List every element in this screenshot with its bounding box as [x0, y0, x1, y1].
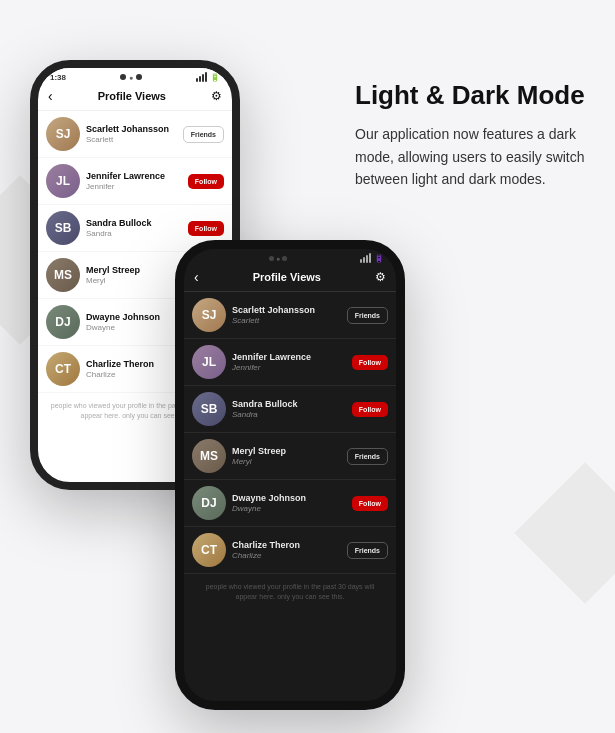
friends-button[interactable]: Friends	[347, 448, 388, 465]
profile-username: Jennifer	[232, 363, 346, 372]
back-button-light[interactable]: ‹	[48, 88, 53, 104]
profile-username: Scarlett	[86, 135, 177, 144]
notch-dot-dark2	[282, 256, 287, 261]
signal-icon-dark	[360, 253, 371, 263]
profile-name: Scarlett Johansson	[86, 124, 177, 134]
profile-name: Sandra Bullock	[232, 399, 346, 409]
camera-indicator-dark: ●	[276, 255, 280, 262]
avatar: DJ	[46, 305, 80, 339]
notch-area: ●	[119, 74, 143, 81]
avatar: SJ	[192, 298, 226, 332]
profile-info: Meryl Streep Meryl	[232, 446, 341, 466]
avatar: SJ	[46, 117, 80, 151]
profile-name: Dwayne Johnson	[232, 493, 346, 503]
friends-button[interactable]: Friends	[347, 307, 388, 324]
profile-list-dark: SJ Scarlett Johansson Scarlett Friends J…	[184, 292, 396, 574]
profile-name: Charlize Theron	[86, 359, 177, 369]
settings-icon-dark[interactable]: ⚙	[375, 270, 386, 284]
settings-icon-light[interactable]: ⚙	[211, 89, 222, 103]
avatar: DJ	[192, 486, 226, 520]
profile-info: Scarlett Johansson Scarlett	[86, 124, 177, 144]
profile-info: Jennifer Lawrence Jennifer	[86, 171, 182, 191]
profile-info: Jennifer Lawrence Jennifer	[232, 352, 346, 372]
back-button-dark[interactable]: ‹	[194, 269, 199, 285]
list-item: SJ Scarlett Johansson Scarlett Friends	[184, 292, 396, 339]
status-icons-dark: 🔋	[360, 253, 384, 263]
header-title-dark: Profile Views	[253, 271, 321, 283]
profile-name: Jennifer Lawrence	[86, 171, 182, 181]
profile-info: Charlize Theron Charlize	[232, 540, 341, 560]
follow-button[interactable]: Follow	[352, 402, 388, 417]
signal-icon	[196, 72, 207, 82]
profile-username: Scarlett	[232, 316, 341, 325]
profile-username: Charlize	[232, 551, 341, 560]
list-item: MS Meryl Streep Meryl Friends	[184, 433, 396, 480]
list-item: JL Jennifer Lawrence Jennifer Follow	[184, 339, 396, 386]
list-item: SB Sandra Bullock Sandra Follow	[184, 386, 396, 433]
profile-info: Meryl Streep Meryl	[86, 265, 177, 285]
avatar: CT	[46, 352, 80, 386]
avatar: MS	[192, 439, 226, 473]
profile-name: Dwayne Johnson	[86, 312, 182, 322]
list-item: CT Charlize Theron Charlize Friends	[184, 527, 396, 574]
friends-button[interactable]: Friends	[347, 542, 388, 559]
list-item: SJ Scarlett Johansson Scarlett Friends	[38, 111, 232, 158]
profile-name: Jennifer Lawrence	[232, 352, 346, 362]
profile-username: Charlize	[86, 370, 177, 379]
profile-name: Meryl Streep	[86, 265, 177, 275]
avatar: JL	[46, 164, 80, 198]
profile-username: Dwayne	[232, 504, 346, 513]
profile-username: Dwayne	[86, 323, 182, 332]
avatar: MS	[46, 258, 80, 292]
notch-dot-dark	[269, 256, 274, 261]
status-bar-dark: ● 🔋	[184, 249, 396, 265]
profile-info: Dwayne Johnson Dwayne	[86, 312, 182, 332]
profile-username: Meryl	[86, 276, 177, 285]
time-display-light: 1:38	[50, 73, 66, 82]
profile-name: Charlize Theron	[232, 540, 341, 550]
list-item: DJ Dwayne Johnson Dwayne Follow	[184, 480, 396, 527]
friends-button[interactable]: Friends	[183, 126, 224, 143]
page-container: Light & Dark Mode Our application now fe…	[0, 0, 615, 733]
profile-username: Sandra	[232, 410, 346, 419]
avatar: SB	[192, 392, 226, 426]
follow-button[interactable]: Follow	[352, 355, 388, 370]
profile-name: Meryl Streep	[232, 446, 341, 456]
follow-button[interactable]: Follow	[188, 221, 224, 236]
status-bar-light: 1:38 ● 🔋	[38, 68, 232, 84]
profile-info: Sandra Bullock Sandra	[232, 399, 346, 419]
battery-icon: 🔋	[210, 73, 220, 82]
profile-name: Scarlett Johansson	[232, 305, 341, 315]
avatar: SB	[46, 211, 80, 245]
feature-title: Light & Dark Mode	[355, 80, 605, 111]
feature-description: Light & Dark Mode Our application now fe…	[355, 80, 605, 190]
profile-info: Charlize Theron Charlize	[86, 359, 177, 379]
notch-area-dark: ●	[269, 255, 287, 262]
profile-info: Sandra Bullock Sandra	[86, 218, 182, 238]
profile-info: Dwayne Johnson Dwayne	[232, 493, 346, 513]
status-icons-light: 🔋	[196, 72, 220, 82]
profile-info: Scarlett Johansson Scarlett	[232, 305, 341, 325]
avatar: JL	[192, 345, 226, 379]
phone-header-light: ‹ Profile Views ⚙	[38, 84, 232, 111]
avatar: CT	[192, 533, 226, 567]
header-title-light: Profile Views	[98, 90, 166, 102]
profile-username: Jennifer	[86, 182, 182, 191]
follow-button[interactable]: Follow	[188, 174, 224, 189]
profile-username: Sandra	[86, 229, 182, 238]
phone-header-dark: ‹ Profile Views ⚙	[184, 265, 396, 292]
profile-username: Meryl	[232, 457, 341, 466]
feature-body: Our application now features a dark mode…	[355, 123, 605, 190]
list-item: JL Jennifer Lawrence Jennifer Follow	[38, 158, 232, 205]
notch-dot-2	[136, 74, 142, 80]
phone-dark: ● 🔋 ‹ Profile Views ⚙ SJ	[175, 240, 405, 710]
footer-text-dark: people who viewed your profile in the pa…	[184, 574, 396, 610]
battery-icon-dark: 🔋	[374, 254, 384, 263]
camera-indicator: ●	[129, 74, 133, 81]
follow-button[interactable]: Follow	[352, 496, 388, 511]
notch-dot-1	[120, 74, 126, 80]
profile-name: Sandra Bullock	[86, 218, 182, 228]
